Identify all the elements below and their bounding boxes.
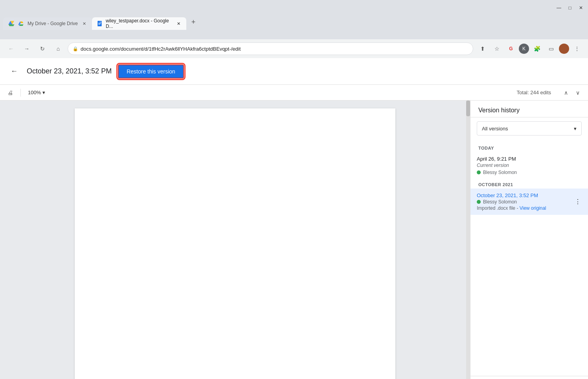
restore-version-button[interactable]: Restore this version: [118, 64, 184, 79]
zoom-value: 100%: [28, 90, 41, 95]
version-item-today[interactable]: April 26, 9:21 PM Current version Blessy…: [470, 152, 588, 179]
address-bar-row: ← → ↻ ⌂ 🔒 docs.google.com/document/d/1tf…: [0, 39, 588, 58]
version-user-oct2021: Blessy Solomon: [477, 199, 582, 205]
google-docs-icon: [97, 20, 103, 27]
version-list: TODAY April 26, 9:21 PM Current version …: [470, 139, 588, 376]
url-text: docs.google.com/document/d/1tfHc2rAwk6ll…: [81, 46, 468, 52]
tab-drive[interactable]: My Drive - Google Drive ✕: [3, 17, 92, 30]
reload-button[interactable]: ↻: [36, 42, 49, 55]
doc-canvas-area: [0, 101, 470, 379]
version-history-title: Version history: [470, 101, 588, 117]
version-user-name-today: Blessy Solomon: [483, 170, 517, 175]
browser-toolbar-icons: ⬆ ☆ G K 🧩 ▭ ⋮: [476, 42, 583, 55]
version-user-today: Blessy Solomon: [477, 170, 582, 175]
version-current-label: Current version: [477, 163, 582, 168]
sidebar-toggle-icon[interactable]: ▭: [545, 42, 557, 55]
view-original-link[interactable]: View original: [520, 205, 546, 211]
total-edits-label: Total: 244 edits: [517, 90, 551, 95]
svg-rect-2: [98, 23, 101, 23]
user-avatar[interactable]: [559, 44, 569, 54]
lock-icon: 🔒: [73, 46, 78, 51]
back-to-doc-button[interactable]: ←: [8, 65, 20, 78]
doc-header: ← October 23, 2021, 3:52 PM Restore this…: [0, 58, 588, 85]
version-meta-text: Imported .docx file -: [477, 205, 520, 211]
zoom-control[interactable]: 100% ▾: [26, 89, 48, 96]
share-icon[interactable]: ⬆: [476, 42, 489, 55]
version-date-oct2021: October 23, 2021, 3:52 PM: [477, 192, 582, 198]
prev-edit-button[interactable]: ∧: [560, 87, 571, 98]
all-versions-label: All versions: [482, 126, 508, 132]
minimize-button[interactable]: —: [555, 4, 563, 12]
doc-toolbar: 🖨 100% ▾ Total: 244 edits ∧ ∨: [0, 85, 588, 101]
address-bar[interactable]: 🔒 docs.google.com/document/d/1tfHc2rAwk6…: [68, 42, 473, 55]
user-dot-today: [477, 170, 481, 174]
google-drive-icon: [8, 20, 15, 27]
google-drive-logo: [18, 20, 24, 27]
main-area: Version history All versions ▾ TODAY Apr…: [0, 101, 588, 379]
new-tab-button[interactable]: +: [188, 16, 199, 27]
profile-letter-icon[interactable]: K: [519, 44, 529, 54]
bookmark-star-icon[interactable]: ☆: [491, 42, 503, 55]
tab-doc-label: wiley_testpaper.docx - Google D...: [106, 18, 173, 29]
tab-doc[interactable]: wiley_testpaper.docx - Google D... ✕: [92, 17, 186, 30]
version-date-today: April 26, 9:21 PM: [477, 156, 582, 162]
tab-drive-label: My Drive - Google Drive: [28, 21, 78, 26]
window-controls: — □ ✕: [555, 4, 585, 12]
all-versions-dropdown[interactable]: All versions ▾: [477, 121, 582, 135]
app-layout: ← October 23, 2021, 3:52 PM Restore this…: [0, 58, 588, 379]
print-button[interactable]: 🖨: [5, 87, 16, 98]
tab-doc-close[interactable]: ✕: [176, 20, 182, 27]
version-item-oct2021[interactable]: October 23, 2021, 3:52 PM Blessy Solomon…: [470, 189, 588, 215]
zoom-dropdown-arrow: ▾: [42, 90, 45, 95]
maximize-button[interactable]: □: [566, 4, 574, 12]
title-bar: — □ ✕: [0, 0, 588, 16]
version-three-dot-menu[interactable]: ⋮: [572, 196, 583, 207]
svg-rect-3: [98, 24, 101, 24]
version-history-panel: Version history All versions ▾ TODAY Apr…: [470, 101, 588, 379]
version-group-oct2021: OCTOBER 2021: [470, 179, 588, 189]
tabs-bar: My Drive - Google Drive ✕ wiley_testpape…: [0, 16, 588, 30]
version-timestamp: October 23, 2021, 3:52 PM: [27, 67, 112, 75]
home-button[interactable]: ⌂: [52, 42, 64, 55]
browser-chrome: — □ ✕ My Drive - Google Drive ✕: [0, 0, 588, 39]
next-edit-button[interactable]: ∨: [572, 87, 583, 98]
svg-rect-4: [98, 24, 100, 25]
back-nav-button[interactable]: ←: [5, 42, 17, 55]
user-dot-oct2021: [477, 200, 481, 204]
dropdown-arrow-icon: ▾: [574, 126, 577, 132]
extensions-icon[interactable]: 🧩: [531, 42, 543, 55]
document-page: [75, 108, 395, 379]
scrollbar-thumb[interactable]: [466, 101, 470, 116]
more-options-icon[interactable]: ⋮: [571, 42, 583, 55]
toolbar-divider: [20, 89, 21, 97]
tab-drive-close[interactable]: ✕: [81, 20, 87, 27]
show-changes-bar: Show changes: [470, 376, 588, 379]
version-user-name-oct2021: Blessy Solomon: [483, 199, 517, 205]
edit-nav-arrows: ∧ ∨: [560, 87, 583, 98]
version-group-today: TODAY: [470, 143, 588, 152]
grammarly-icon[interactable]: G: [505, 42, 517, 55]
close-button[interactable]: ✕: [577, 4, 585, 12]
version-meta: Imported .docx file - View original: [477, 205, 582, 211]
vertical-scrollbar[interactable]: [466, 101, 470, 379]
forward-nav-button[interactable]: →: [20, 42, 33, 55]
